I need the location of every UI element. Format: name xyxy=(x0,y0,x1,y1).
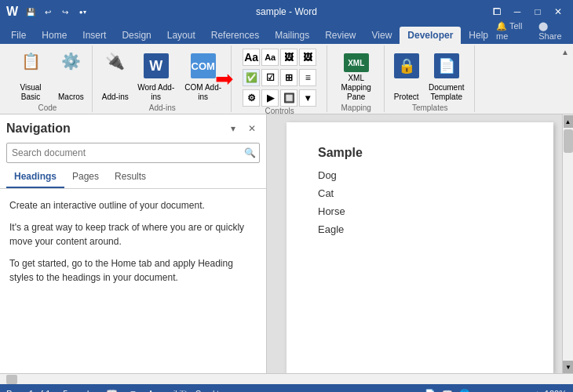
customize-quick-btn[interactable]: ●▾ xyxy=(75,4,90,20)
search-icon[interactable]: 🔍 xyxy=(240,143,259,162)
window-controls: ⧠ ─ □ ✕ xyxy=(488,3,567,20)
doc-text-dog: Dog xyxy=(318,169,522,181)
scroll-down-btn[interactable]: ▼ xyxy=(563,361,573,373)
document-area: Sample Dog Cat Horse Eagle ▲ ▼ xyxy=(267,114,573,373)
zoom-level: 100% xyxy=(543,389,567,392)
document-template-button[interactable]: 📄 Document Template xyxy=(424,49,469,103)
ctrl-check2[interactable]: ☑ xyxy=(261,69,279,86)
nav-text-3: To get started, go to the Home tab and a… xyxy=(9,256,257,285)
scroll-up-btn[interactable]: ▲ xyxy=(564,115,573,128)
document-template-label: Document Template xyxy=(427,83,466,102)
ctrl-box[interactable]: 🔲 xyxy=(280,89,297,107)
accessibility-status: Accessibility: Good to go xyxy=(148,390,235,393)
word-addins-button[interactable]: W Word Add-ins xyxy=(133,49,179,103)
protect-icon: 🔒 xyxy=(394,53,419,78)
word-count: 5 words xyxy=(63,389,93,392)
nav-dropdown-btn[interactable]: ▾ xyxy=(225,121,241,136)
ctrl-list[interactable]: ≡ xyxy=(299,69,316,86)
xml-mapping-label: XML Mapping Pane xyxy=(337,74,376,102)
tab-home[interactable]: Home xyxy=(34,27,75,44)
nav-close-btn[interactable]: ✕ xyxy=(244,121,260,136)
horizontal-scrollbar[interactable] xyxy=(0,373,573,384)
tab-results[interactable]: Results xyxy=(107,166,154,188)
share-btn[interactable]: ⬤ Share xyxy=(538,21,570,41)
document-template-icon: 📄 xyxy=(434,53,459,78)
ribbon-tab-bar: File Home Insert Design Layout Reference… xyxy=(0,24,573,44)
addins-icon: 🔌 xyxy=(105,53,125,69)
main-area: Navigation ▾ ✕ 🔍 Headings Pages Results … xyxy=(0,114,573,373)
com-addins-icon: COM xyxy=(191,53,216,78)
doc-text-eagle: Eagle xyxy=(318,223,522,235)
close-button[interactable]: ✕ xyxy=(549,3,567,20)
tab-developer[interactable]: Developer xyxy=(400,27,461,44)
title-bar-left: W 💾 ↩ ↪ ●▾ xyxy=(6,4,90,20)
tab-view[interactable]: View xyxy=(364,27,400,44)
protect-button[interactable]: 🔒 Protect xyxy=(391,49,422,103)
view-normal-icon[interactable]: 📄 xyxy=(425,389,436,393)
ribbon-group-controls: Aa Aa 🖼 🖼 ✅ ☑ ⊞ ≡ ⚙ ▶ 🔲 ▾ Controls xyxy=(233,45,327,112)
tab-help[interactable]: Help xyxy=(461,27,496,44)
proofing-icon: 📖 xyxy=(106,388,118,392)
visual-basic-icon: 📋 xyxy=(21,53,41,69)
nav-tabs: Headings Pages Results xyxy=(0,166,266,189)
search-input[interactable] xyxy=(7,144,240,162)
zoom-out-btn[interactable]: − xyxy=(476,389,481,392)
document-page[interactable]: Sample Dog Cat Horse Eagle xyxy=(286,122,553,373)
com-addins-button[interactable]: COM COM Add-ins xyxy=(181,49,226,103)
scroll-thumb[interactable] xyxy=(564,129,573,153)
tab-pages[interactable]: Pages xyxy=(64,166,107,188)
tell-me-btn[interactable]: 🔔 Tell me xyxy=(496,21,532,41)
undo-quick-btn[interactable]: ↩ xyxy=(40,4,56,20)
ctrl-dropdown[interactable]: ▾ xyxy=(299,89,316,107)
tab-insert[interactable]: Insert xyxy=(75,27,114,44)
save-quick-btn[interactable]: 💾 xyxy=(23,4,38,20)
quick-access-toolbar: 💾 ↩ ↪ ●▾ xyxy=(23,4,90,20)
xml-mapping-icon: XML xyxy=(344,53,369,72)
nav-header-buttons: ▾ ✕ xyxy=(225,121,260,136)
tab-mailings[interactable]: Mailings xyxy=(267,27,317,44)
redo-quick-btn[interactable]: ↪ xyxy=(57,4,73,20)
doc-text-horse: Horse xyxy=(318,205,522,217)
controls-row1: Aa Aa 🖼 🖼 xyxy=(243,49,316,66)
ctrl-check1[interactable]: ✅ xyxy=(243,69,260,86)
macros-icon: ⚙️ xyxy=(61,53,81,69)
status-bar-right: 📄 📖 🌐 − + 100% xyxy=(425,389,567,393)
addins-group-content: 🔌 Add-ins W Word Add-ins COM COM Add-ins xyxy=(99,47,226,103)
xml-mapping-button[interactable]: XML XML Mapping Pane xyxy=(334,49,379,103)
controls-group-content: Aa Aa 🖼 🖼 ✅ ☑ ⊞ ≡ ⚙ ▶ 🔲 ▾ xyxy=(243,47,316,107)
tab-design[interactable]: Design xyxy=(114,27,159,44)
ribbon-group-mapping: XML XML Mapping Pane Mapping xyxy=(329,45,385,112)
tab-file[interactable]: File xyxy=(3,27,34,44)
tab-review[interactable]: Review xyxy=(317,27,363,44)
minimize-button[interactable]: ─ xyxy=(509,3,526,20)
h-scroll-thumb[interactable] xyxy=(6,375,17,384)
ctrl-aa-large[interactable]: Aa xyxy=(243,49,260,66)
ctrl-gear[interactable]: ⚙ xyxy=(243,89,260,107)
word-addins-icon: W xyxy=(144,53,169,78)
mapping-group-label: Mapping xyxy=(341,103,371,114)
ctrl-grid[interactable]: ⊞ xyxy=(280,69,297,86)
ctrl-image2[interactable]: 🖼 xyxy=(299,49,316,66)
tab-headings[interactable]: Headings xyxy=(6,166,64,188)
addins-button[interactable]: 🔌 Add-ins xyxy=(99,49,132,103)
ctrl-image1[interactable]: 🖼 xyxy=(280,49,297,66)
controls-row3: ⚙ ▶ 🔲 ▾ xyxy=(243,89,316,107)
status-bar: Page 1 of 1 5 words 📖 ≡ Accessibility: G… xyxy=(0,384,573,392)
vertical-scrollbar[interactable]: ▲ ▼ xyxy=(562,114,573,373)
nav-content: Create an interactive outline of your do… xyxy=(0,189,266,373)
tab-references[interactable]: References xyxy=(203,27,267,44)
addins-group-label: Add-ins xyxy=(149,103,176,114)
visual-basic-button[interactable]: 📋 Visual Basic xyxy=(8,49,53,103)
view-web-icon[interactable]: 🌐 xyxy=(459,389,470,393)
addins-label: Add-ins xyxy=(102,93,129,102)
maximize-button[interactable]: □ xyxy=(529,3,546,20)
tab-layout[interactable]: Layout xyxy=(159,27,203,44)
zoom-in-btn[interactable]: + xyxy=(535,389,540,392)
macros-button[interactable]: ⚙️ Macros xyxy=(55,49,87,103)
ctrl-aa-small[interactable]: Aa xyxy=(261,49,279,66)
ribbon-collapse-btn[interactable]: ▲ xyxy=(559,45,571,58)
view-read-icon[interactable]: 📖 xyxy=(442,389,453,393)
zoom-control[interactable]: − + 100% xyxy=(476,389,567,392)
ctrl-play[interactable]: ▶ xyxy=(261,89,279,107)
templates-group-label: Templates xyxy=(412,103,448,114)
